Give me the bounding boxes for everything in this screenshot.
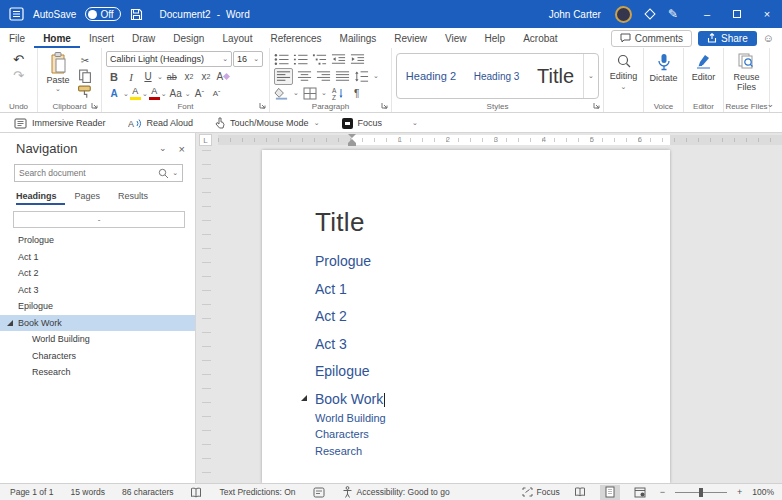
nav-heading-edit-box[interactable]: - bbox=[13, 211, 185, 228]
underline-chevron-icon[interactable]: ⌄ bbox=[157, 73, 163, 81]
change-case-chevron-icon[interactable]: ⌄ bbox=[185, 90, 191, 98]
nav-tab-results[interactable]: Results bbox=[118, 191, 156, 205]
font-color-chevron-icon[interactable]: ⌄ bbox=[161, 90, 167, 98]
text-effects-button[interactable]: A bbox=[106, 86, 122, 101]
read-aloud-button[interactable]: A Read Aloud bbox=[128, 118, 194, 129]
proofing-book-icon[interactable] bbox=[190, 487, 202, 498]
font-name-select[interactable]: Calibri Light (Headings) ⌄ bbox=[106, 51, 232, 67]
align-center-icon[interactable] bbox=[297, 70, 312, 83]
nav-item-book-work[interactable]: Book Work bbox=[0, 315, 195, 332]
nav-item-act-1[interactable]: Act 1 bbox=[0, 249, 195, 266]
multilevel-list-icon[interactable] bbox=[312, 53, 327, 66]
text-effects-chevron-icon[interactable]: ⌄ bbox=[123, 90, 129, 98]
doc-title[interactable]: Title bbox=[315, 207, 670, 238]
print-layout-button[interactable] bbox=[600, 485, 620, 500]
restore-button[interactable] bbox=[722, 0, 752, 28]
search-input[interactable] bbox=[19, 168, 158, 178]
navigation-chevron-icon[interactable]: ⌄ bbox=[159, 143, 167, 155]
styles-gallery-more-button[interactable]: ⌄ bbox=[583, 54, 598, 98]
doc-heading-epilogue[interactable]: Epilogue bbox=[315, 363, 670, 379]
sort-icon[interactable]: AZ bbox=[331, 87, 345, 100]
nav-tab-headings[interactable]: Headings bbox=[16, 191, 65, 205]
text-predictions-icon[interactable] bbox=[313, 487, 325, 498]
search-options-chevron-icon[interactable]: ⌄ bbox=[172, 169, 178, 177]
zoom-level[interactable]: 100% bbox=[752, 487, 774, 497]
reuse-files-button[interactable]: Reuse Files Reuse Files bbox=[724, 48, 770, 112]
tab-mailings[interactable]: Mailings bbox=[331, 28, 386, 48]
font-dialog-launcher-icon[interactable] bbox=[259, 102, 267, 110]
font-color-button[interactable]: A bbox=[149, 87, 160, 100]
tab-layout[interactable]: Layout bbox=[213, 28, 261, 48]
immersive-reader-button[interactable]: Immersive Reader bbox=[14, 118, 106, 129]
zoom-out-button[interactable]: − bbox=[660, 487, 665, 497]
nav-tab-pages[interactable]: Pages bbox=[75, 191, 109, 205]
font-size-select[interactable]: 16 ⌄ bbox=[233, 51, 263, 67]
tab-draw[interactable]: Draw bbox=[123, 28, 164, 48]
focus-button[interactable]: Focus bbox=[342, 118, 383, 129]
tab-acrobat[interactable]: Acrobat bbox=[514, 28, 566, 48]
clear-formatting-button[interactable]: A bbox=[215, 69, 231, 84]
tab-insert[interactable]: Insert bbox=[80, 28, 123, 48]
nav-item-epilogue[interactable]: Epilogue bbox=[0, 298, 195, 315]
dictate-button[interactable]: Dictate Voice bbox=[644, 48, 684, 112]
tab-selector-icon[interactable]: L bbox=[199, 134, 212, 146]
doc-subheading-research[interactable]: Research bbox=[315, 445, 670, 457]
paste-button[interactable]: Paste ⌄ bbox=[42, 51, 74, 99]
doc-subheading-characters[interactable]: Characters bbox=[315, 428, 670, 440]
nav-item-act-3[interactable]: Act 3 bbox=[0, 282, 195, 299]
style-title[interactable]: Title bbox=[537, 65, 574, 88]
tab-references[interactable]: References bbox=[261, 28, 330, 48]
share-button[interactable]: Share bbox=[698, 31, 757, 46]
focus-toggle[interactable]: Focus bbox=[522, 487, 560, 497]
align-right-icon[interactable] bbox=[316, 70, 331, 83]
style-heading3[interactable]: Heading 3 bbox=[474, 71, 520, 82]
clipboard-dialog-launcher-icon[interactable] bbox=[91, 102, 99, 110]
collapse-triangle-icon[interactable] bbox=[7, 320, 13, 326]
strikethrough-button[interactable]: ab bbox=[164, 69, 180, 84]
heading-collapse-triangle-icon[interactable] bbox=[301, 395, 307, 401]
doc-heading-book-work[interactable]: Book Work bbox=[315, 391, 670, 407]
tab-help[interactable]: Help bbox=[476, 28, 515, 48]
vertical-ruler[interactable] bbox=[202, 150, 211, 483]
page-info[interactable]: Page 1 of 1 bbox=[10, 487, 53, 497]
highlight-button[interactable]: A bbox=[130, 87, 141, 100]
shrink-font-button[interactable]: Aˇ bbox=[209, 86, 225, 101]
borders-icon[interactable] bbox=[303, 87, 317, 100]
highlight-chevron-icon[interactable]: ⌄ bbox=[142, 90, 148, 98]
line-spacing-icon[interactable] bbox=[354, 70, 369, 83]
undo-icon[interactable]: ↶ bbox=[13, 54, 24, 66]
justify-icon[interactable] bbox=[335, 70, 350, 83]
line-spacing-chevron-icon[interactable]: ⌄ bbox=[373, 72, 379, 80]
pen-icon[interactable]: ✎ bbox=[668, 7, 678, 21]
read-mode-button[interactable] bbox=[570, 485, 590, 500]
doc-heading-act-1[interactable]: Act 1 bbox=[315, 281, 670, 297]
zoom-slider[interactable] bbox=[675, 487, 727, 498]
touch-mouse-mode-button[interactable]: Touch/Mouse Mode ⌄ bbox=[215, 117, 319, 129]
zoom-in-button[interactable]: + bbox=[737, 487, 742, 497]
editing-menu-button[interactable]: Editing ⌄ bbox=[604, 48, 644, 112]
web-layout-button[interactable] bbox=[630, 485, 650, 500]
document-page[interactable]: Title Prologue Act 1 Act 2 Act 3 Epilogu… bbox=[262, 150, 670, 483]
close-button[interactable]: × bbox=[752, 0, 782, 28]
navigation-close-icon[interactable]: × bbox=[179, 143, 185, 155]
numbering-icon[interactable] bbox=[293, 53, 308, 66]
nav-item-characters[interactable]: Characters bbox=[0, 348, 195, 365]
save-icon[interactable] bbox=[130, 8, 143, 21]
collapse-ribbon-chevron-icon[interactable]: ⌄ bbox=[766, 99, 774, 109]
doc-subheading-world-building[interactable]: World Building bbox=[315, 412, 670, 424]
horizontal-ruler[interactable]: L 1 2 3 4 5 6 bbox=[196, 133, 782, 147]
tab-design[interactable]: Design bbox=[164, 28, 213, 48]
char-count[interactable]: 86 characters bbox=[122, 487, 174, 497]
borders-chevron-icon[interactable]: ⌄ bbox=[321, 89, 327, 97]
paragraph-dialog-launcher-icon[interactable] bbox=[381, 102, 389, 110]
italic-button[interactable]: I bbox=[123, 69, 139, 84]
word-app-icon[interactable] bbox=[9, 7, 24, 21]
grow-font-button[interactable]: Aˆ bbox=[192, 86, 208, 101]
zoom-slider-thumb[interactable] bbox=[699, 488, 703, 497]
doc-heading-act-3[interactable]: Act 3 bbox=[315, 336, 670, 352]
pilcrow-icon[interactable]: ¶ bbox=[349, 86, 365, 101]
word-count[interactable]: 15 words bbox=[70, 487, 105, 497]
style-heading2[interactable]: Heading 2 bbox=[406, 70, 456, 82]
autosave-toggle[interactable]: Off bbox=[85, 7, 120, 21]
underline-button[interactable]: U bbox=[140, 69, 156, 84]
